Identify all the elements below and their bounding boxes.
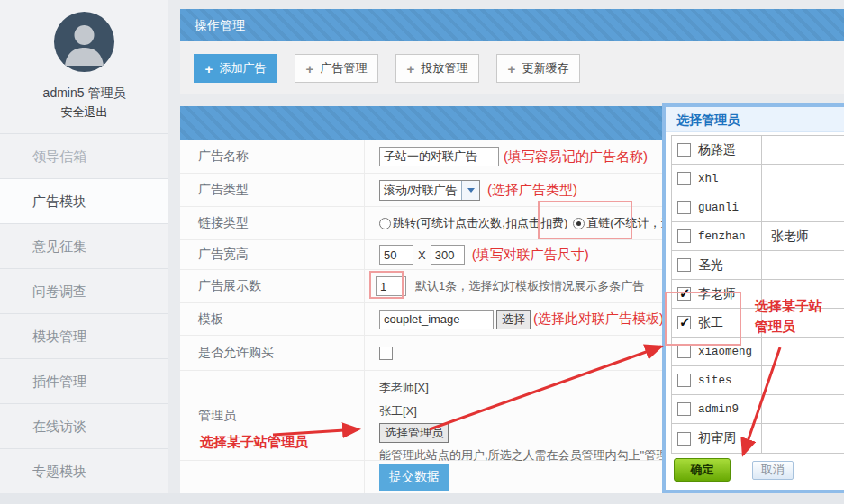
template-input[interactable]: [379, 310, 494, 329]
manager-row[interactable]: fenzhan 张老师: [672, 222, 844, 251]
manager-checkbox[interactable]: [677, 345, 691, 358]
sidebar-menu: 领导信箱 广告模块 意见征集 问卷调查 模块管理 插件管理 在线访谈 专题模块: [0, 133, 168, 493]
template-label: 模板: [180, 303, 365, 335]
manager-checkbox[interactable]: [677, 287, 691, 301]
cancel-button[interactable]: 取消: [752, 461, 794, 480]
placement-manage-button[interactable]: + 投放管理: [395, 54, 479, 83]
link-type-radio-direct[interactable]: [573, 218, 585, 230]
ad-admin-page: { "sidebar": { "username": "admin5 管理员",…: [0, 0, 844, 504]
ad-type-select[interactable]: 滚动/对联广告: [379, 180, 480, 201]
ad-count-hint: 默认1条，选择幻灯模板按情况展示多条广告: [415, 278, 644, 294]
purchasable-label: 是否允许购买: [180, 336, 365, 370]
sidebar-item-topic-module[interactable]: 专题模块: [0, 448, 168, 493]
manager-checkbox[interactable]: [677, 374, 691, 387]
sidebar-item-interview[interactable]: 在线访谈: [0, 403, 168, 448]
user-avatar: [54, 12, 114, 72]
manager-checkbox[interactable]: [677, 432, 691, 446]
manager-row[interactable]: xhl: [672, 165, 844, 194]
choose-manager-dialog: 选择管理员 杨路遥 xhl guanli fenzhan 张老师 圣光: [662, 104, 844, 493]
plus-icon: +: [306, 61, 314, 76]
ad-type-annotation: (选择广告类型): [487, 182, 577, 199]
link-type-option-redirect: 跳转(可统计点击次数,扣点击扣费): [393, 215, 567, 231]
logout-link[interactable]: 安全退出: [0, 104, 168, 121]
toolbar: + 添加广告 + 广告管理 + 投放管理 + 更新缓存: [180, 41, 844, 94]
link-type-radio-redirect[interactable]: [379, 218, 391, 230]
link-type-label: 链接类型: [180, 207, 365, 239]
manager-row[interactable]: 李老师: [672, 280, 844, 309]
manager-row[interactable]: 张工: [672, 309, 844, 338]
sidebar-item-survey[interactable]: 问卷调查: [0, 268, 168, 313]
ad-manage-button[interactable]: + 广告管理: [295, 54, 378, 83]
sidebar-item-ad-module[interactable]: 广告模块: [0, 178, 168, 223]
section-header-operations: 操作管理: [180, 9, 844, 41]
size-times-label: X: [418, 248, 426, 262]
ad-count-input[interactable]: [376, 276, 406, 296]
plus-icon: +: [508, 61, 516, 76]
selected-manager-item[interactable]: 张工[X]: [379, 400, 417, 423]
ad-size-annotation: (填写对联广告尺寸): [472, 247, 589, 264]
plus-icon: +: [407, 61, 415, 76]
manager-row[interactable]: admin9: [672, 395, 844, 424]
manager-checkbox[interactable]: [677, 258, 691, 272]
manager-checkbox[interactable]: [677, 230, 691, 243]
user-avatar-icon: [54, 12, 114, 72]
ad-size-label: 广告宽高: [180, 240, 365, 269]
manager-row[interactable]: 圣光: [672, 251, 844, 280]
plus-icon: +: [205, 61, 213, 76]
manager-checkbox[interactable]: [677, 402, 691, 416]
ad-width-input[interactable]: [379, 245, 413, 265]
ad-name-input[interactable]: [379, 147, 499, 166]
chevron-down-icon: [461, 181, 479, 200]
selected-manager-item[interactable]: 李老师[X]: [379, 376, 429, 400]
ad-type-label: 广告类型: [180, 174, 365, 206]
sidebar: admin5 管理员 安全退出 领导信箱 广告模块 意见征集 问卷调查 模块管理…: [0, 0, 168, 493]
ad-count-label: 广告展示数: [180, 270, 365, 302]
sidebar-item-leader-mailbox[interactable]: 领导信箱: [0, 133, 168, 178]
purchasable-checkbox[interactable]: [379, 346, 393, 360]
ad-name-label: 广告名称: [180, 140, 365, 173]
ok-button[interactable]: 确定: [674, 458, 731, 482]
manager-checkbox[interactable]: [677, 172, 691, 185]
sidebar-item-module-mgmt[interactable]: 模块管理: [0, 313, 168, 358]
add-ad-button[interactable]: + 添加广告: [194, 54, 277, 83]
manager-row[interactable]: 初审周: [672, 424, 844, 453]
sidebar-item-opinions[interactable]: 意见征集: [0, 223, 168, 268]
ad-height-input[interactable]: [431, 245, 465, 265]
sidebar-item-plugin-mgmt[interactable]: 插件管理: [0, 358, 168, 403]
manager-row[interactable]: 杨路遥: [672, 136, 844, 165]
manager-row[interactable]: guanli: [672, 194, 844, 222]
page-footer: [0, 493, 844, 504]
username-label: admin5 管理员: [0, 86, 168, 102]
refresh-cache-button[interactable]: + 更新缓存: [496, 54, 580, 83]
manager-checkbox[interactable]: [677, 316, 691, 329]
manager-table: 杨路遥 xhl guanli fenzhan 张老师 圣光 李老师: [671, 135, 844, 454]
ad-name-annotation: (填写容易记的广告名称): [504, 148, 648, 166]
manager-checkbox[interactable]: [677, 143, 691, 157]
manager-row[interactable]: xiaomeng: [672, 338, 844, 366]
dialog-title: 选择管理员: [666, 107, 844, 132]
choose-manager-button[interactable]: 选择管理员: [379, 423, 449, 443]
template-annotation: (选择此对联广告模板): [533, 310, 664, 328]
manager-row[interactable]: sites: [672, 366, 844, 395]
manager-checkbox[interactable]: [677, 201, 691, 214]
managers-label: 管理员: [180, 371, 365, 460]
submit-button[interactable]: 提交数据: [379, 464, 449, 490]
template-select-button[interactable]: 选择: [496, 310, 531, 329]
